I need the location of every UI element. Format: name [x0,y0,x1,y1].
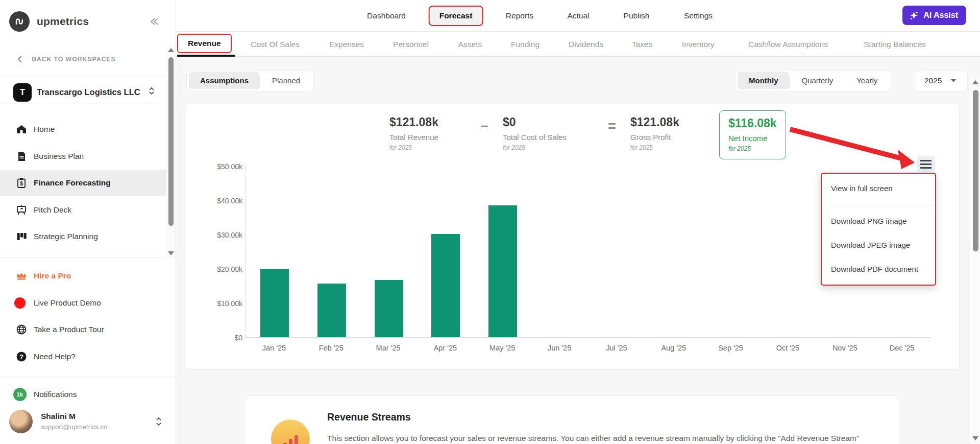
tab-dividends[interactable]: Dividends [569,32,603,57]
stat-gross-profit: $121.08k Gross Profit for 2025 [630,115,712,151]
scroll-down-icon[interactable] [168,251,174,255]
topnav-forecast[interactable]: Forecast [429,6,483,26]
tab-starting-balances[interactable]: Starting Balances [864,32,926,57]
avatar [9,410,33,433]
stat-total-cost: $0 Total Cost of Sales for 2025 [503,115,594,151]
divider [0,257,176,258]
chart-bar[interactable] [260,269,289,337]
y-axis-label: $0 [234,334,242,342]
menu-download-jpeg[interactable]: Download JPEG image [822,233,935,257]
scroll-down-icon[interactable] [972,436,978,440]
x-axis-label: Aug '25 [645,344,702,352]
kanban-grid-icon [15,230,28,243]
sidebar-item-need-help[interactable]: ? Need Help? [0,343,166,370]
toggle-yearly[interactable]: Yearly [845,72,889,89]
topnav-reports[interactable]: Reports [506,0,533,32]
tab-funding[interactable]: Funding [511,32,540,57]
toggle-planned[interactable]: Planned [261,72,311,89]
topnav-settings[interactable]: Settings [684,0,713,32]
menu-view-fullscreen[interactable]: View in full screen [822,174,935,205]
stat-value: $121.08k [630,115,712,129]
chart-bar[interactable] [488,205,517,337]
tab-inventory[interactable]: Inventory [682,32,715,57]
sidebar-scrollbar-thumb[interactable] [168,57,174,226]
stat-total-revenue: $121.08k Total Revenue for 2025 [389,115,466,151]
sidebar-item-strategic-planning[interactable]: Strategic Planning [0,223,166,250]
x-axis-label: May '25 [474,344,531,352]
tab-cost-of-sales[interactable]: Cost Of Sales [251,32,300,57]
topnav-dashboard[interactable]: Dashboard [367,0,406,32]
scroll-up-icon[interactable] [972,80,978,84]
sidebar-item-home[interactable]: Home [0,116,166,143]
y-axis-label: $40.00k [217,197,242,205]
chevron-down-icon [951,79,956,82]
chart-context-menu: View in full screen Download PNG image D… [821,173,936,286]
tab-assets[interactable]: Assets [458,32,482,57]
x-axis-label: Mar '25 [360,344,417,352]
sidebar-item-label: Strategic Planning [34,223,98,250]
main-content: Assumptions Planned Monthly Quarterly Ye… [176,57,980,444]
user-email: support@upmetrics.co [41,423,107,431]
live-dot-icon [14,297,26,309]
user-name: Shalini M [41,412,76,421]
toggle-quarterly[interactable]: Quarterly [791,72,845,89]
menu-download-png[interactable]: Download PNG image [822,205,935,233]
collapse-sidebar-icon[interactable] [150,16,161,29]
toggle-monthly[interactable]: Monthly [738,72,790,89]
chart-bar[interactable] [375,280,403,337]
sidebar-item-hire-a-pro[interactable]: Hire a Pro [0,263,166,289]
sidebar-item-label: Home [34,116,55,143]
ai-assist-label: AI Assist [923,11,958,20]
scroll-up-icon[interactable] [168,48,174,52]
toggle-assumptions[interactable]: Assumptions [189,72,260,89]
stat-label: Total Revenue [389,133,466,142]
main-scrollbar[interactable] [970,77,980,444]
sidebar-item-label: Take a Product Tour [34,316,104,343]
svg-text:?: ? [19,353,23,361]
tab-taxes[interactable]: Taxes [632,32,653,57]
chart-bar[interactable] [431,234,460,337]
upmetrics-logo-icon[interactable] [9,11,30,32]
tab-personnel[interactable]: Personnel [393,32,429,57]
main-scrollbar-thumb[interactable] [973,90,978,251]
topnav-publish[interactable]: Publish [624,0,650,32]
y-axis-label: $10.00k [217,299,242,308]
revenue-streams-card: Revenue Streams This section allows you … [245,395,899,444]
sidebar-item-label: Live Product Demo [34,290,101,316]
chart-bar[interactable] [317,284,346,337]
tab-cashflow-assumptions[interactable]: Cashflow Assumptions [748,32,828,57]
menu-download-pdf[interactable]: Download PDF document [822,257,935,285]
divider [0,377,176,377]
ai-assist-button[interactable]: AI Assist [902,6,966,25]
workspace-selector[interactable]: T Transcargo Logistics LLC [0,79,166,106]
sparkles-icon [909,10,919,21]
back-to-workspaces[interactable]: BACK TO WORKSPACES [17,55,116,63]
sidebar-item-pitch-deck[interactable]: Pitch Deck [0,197,166,223]
topnav-actual[interactable]: Actual [567,0,589,32]
sidebar-item-finance-forecasting[interactable]: $ Finance Forecasting [0,170,166,196]
year-dropdown[interactable]: 2025 [915,70,968,91]
x-axis-label: Sep '25 [702,344,760,352]
tab-revenue[interactable]: Revenue [177,34,232,53]
notifications-badge: 1k [13,388,27,401]
sidebar-item-label: Finance Forecasting [34,170,111,196]
forecast-tabbar: Revenue Cost Of Sales Expenses Personnel… [176,32,980,57]
tab-expenses[interactable]: Expenses [329,32,364,57]
stat-label: Gross Profit [630,133,712,142]
home-icon [15,123,28,135]
sidebar-scrollbar[interactable] [166,44,176,259]
active-tab-underline [177,55,235,57]
minus-operator: − [466,115,503,134]
back-to-workspaces-label: BACK TO WORKSPACES [32,56,116,63]
user-profile[interactable]: Shalini M support@upmetrics.co [0,407,166,439]
stat-value: $0 [503,115,594,129]
sidebar-item-notifications[interactable]: 1k Notifications [0,381,166,408]
x-axis-label: Jan '25 [246,344,303,352]
sidebar-item-business-plan[interactable]: Business Plan [0,143,166,170]
brand-name: upmetrics [37,15,89,28]
sidebar-item-live-product-demo[interactable]: Live Product Demo [0,290,166,316]
divider [0,77,176,77]
sidebar: upmetrics BACK TO WORKSPACES T Transcarg… [0,0,176,444]
top-header: Dashboard Forecast Reports Actual Publis… [176,0,980,32]
sidebar-item-product-tour[interactable]: Take a Product Tour [0,316,166,343]
